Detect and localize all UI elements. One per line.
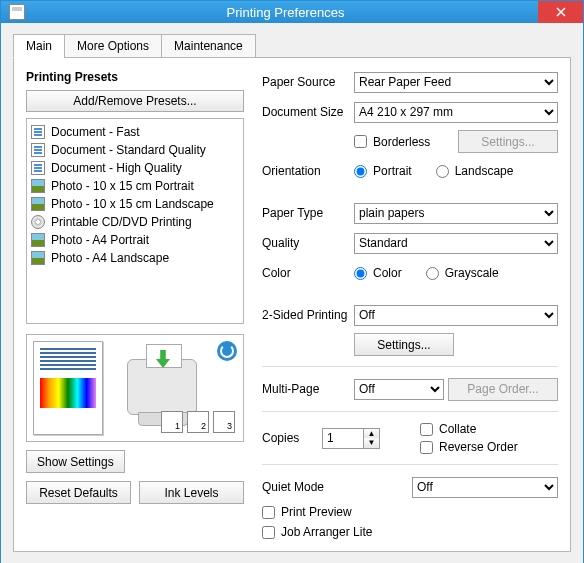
close-button[interactable]	[538, 1, 583, 23]
copies-spinner[interactable]: ▲▼	[322, 428, 380, 449]
print-preview-checkbox[interactable]	[262, 506, 275, 519]
preset-item[interactable]: Document - Standard Quality	[29, 141, 241, 159]
landscape-radio[interactable]	[436, 165, 449, 178]
printing-preferences-window: Printing Preferences Main More Options M…	[0, 0, 584, 563]
preset-label: Document - Fast	[51, 125, 140, 139]
preset-label: Photo - A4 Portrait	[51, 233, 149, 247]
quality-label: Quality	[262, 236, 354, 250]
collate-checkbox-label[interactable]: Collate	[420, 422, 518, 436]
two-sided-settings-button[interactable]: Settings...	[354, 333, 454, 356]
tab-more-options[interactable]: More Options	[64, 34, 162, 58]
add-remove-presets-button[interactable]: Add/Remove Presets...	[26, 90, 244, 112]
color-radio[interactable]	[354, 267, 367, 280]
preset-item[interactable]: Photo - A4 Landscape	[29, 249, 241, 267]
preset-label: Photo - 10 x 15 cm Portrait	[51, 179, 194, 193]
preset-label: Photo - 10 x 15 cm Landscape	[51, 197, 214, 211]
document-size-label: Document Size	[262, 105, 354, 119]
tab-strip: Main More Options Maintenance	[13, 34, 571, 58]
page-order-button: Page Order...	[448, 378, 558, 401]
photo-icon	[31, 197, 45, 211]
borderless-checkbox[interactable]	[354, 135, 367, 148]
paper-type-select[interactable]: plain papers	[354, 203, 558, 224]
cd-icon	[31, 215, 45, 229]
copies-down[interactable]: ▼	[364, 438, 379, 448]
stack-icon: 2	[187, 411, 209, 433]
copies-illustration: 1 2 3	[161, 411, 235, 433]
reset-defaults-button[interactable]: Reset Defaults	[26, 481, 131, 504]
document-size-select[interactable]: A4 210 x 297 mm	[354, 102, 558, 123]
preset-item[interactable]: Document - High Quality	[29, 159, 241, 177]
right-column: Paper Source Rear Paper Feed Document Si…	[262, 70, 558, 539]
two-sided-label: 2-Sided Printing	[262, 308, 354, 322]
document-icon	[31, 161, 45, 175]
left-column: Printing Presets Add/Remove Presets... D…	[26, 70, 244, 539]
print-preview-checkbox-label[interactable]: Print Preview	[262, 505, 558, 519]
close-icon	[556, 7, 566, 17]
tab-main[interactable]: Main	[13, 34, 65, 58]
preset-item[interactable]: Photo - 10 x 15 cm Landscape	[29, 195, 241, 213]
preset-item[interactable]: Printable CD/DVD Printing	[29, 213, 241, 231]
stack-icon: 1	[161, 411, 183, 433]
preview-sheet	[33, 341, 103, 435]
refresh-icon[interactable]	[217, 341, 237, 361]
job-arranger-checkbox-label[interactable]: Job Arranger Lite	[262, 525, 558, 539]
photo-icon	[31, 179, 45, 193]
multi-page-select[interactable]: Off	[354, 379, 444, 400]
window-title: Printing Preferences	[33, 5, 538, 20]
multi-page-label: Multi-Page	[262, 382, 354, 396]
preset-item[interactable]: Document - Fast	[29, 123, 241, 141]
document-icon	[31, 125, 45, 139]
paper-source-label: Paper Source	[262, 75, 354, 89]
preset-label: Document - High Quality	[51, 161, 182, 175]
grayscale-radio[interactable]	[426, 267, 439, 280]
preset-label: Photo - A4 Landscape	[51, 251, 169, 265]
color-label: Color	[262, 266, 354, 280]
ink-levels-button[interactable]: Ink Levels	[139, 481, 244, 504]
preview-box: 1 2 3	[26, 334, 244, 442]
borderless-checkbox-label[interactable]: Borderless	[354, 135, 430, 149]
presets-list[interactable]: Document - Fast Document - Standard Qual…	[26, 118, 244, 324]
paper-source-select[interactable]: Rear Paper Feed	[354, 72, 558, 93]
paper-type-label: Paper Type	[262, 206, 354, 220]
main-panel: Printing Presets Add/Remove Presets... D…	[13, 57, 571, 552]
copies-label: Copies	[262, 431, 322, 445]
preset-item[interactable]: Photo - A4 Portrait	[29, 231, 241, 249]
preset-item[interactable]: Photo - 10 x 15 cm Portrait	[29, 177, 241, 195]
copies-input[interactable]	[323, 429, 363, 448]
portrait-radio-label[interactable]: Portrait	[354, 164, 412, 178]
orientation-label: Orientation	[262, 164, 354, 178]
tab-maintenance[interactable]: Maintenance	[161, 34, 256, 58]
two-sided-select[interactable]: Off	[354, 305, 558, 326]
collate-checkbox[interactable]	[420, 423, 433, 436]
client-area: Main More Options Maintenance Printing P…	[1, 23, 583, 563]
job-arranger-checkbox[interactable]	[262, 526, 275, 539]
portrait-radio[interactable]	[354, 165, 367, 178]
reverse-order-checkbox[interactable]	[420, 441, 433, 454]
preview-printer-area: 1 2 3	[109, 341, 237, 435]
borderless-settings-button: Settings...	[458, 130, 558, 153]
reverse-order-checkbox-label[interactable]: Reverse Order	[420, 440, 518, 454]
printer-illustration-icon	[127, 359, 197, 415]
quiet-mode-select[interactable]: Off	[412, 477, 558, 498]
show-settings-button[interactable]: Show Settings	[26, 450, 125, 473]
color-sample-icon	[40, 378, 96, 408]
stack-icon: 3	[213, 411, 235, 433]
presets-title: Printing Presets	[26, 70, 244, 84]
document-icon	[31, 143, 45, 157]
photo-icon	[31, 233, 45, 247]
photo-icon	[31, 251, 45, 265]
printer-icon	[9, 4, 25, 20]
quality-select[interactable]: Standard	[354, 233, 558, 254]
grayscale-radio-label[interactable]: Grayscale	[426, 266, 499, 280]
preset-label: Document - Standard Quality	[51, 143, 206, 157]
color-radio-label[interactable]: Color	[354, 266, 402, 280]
landscape-radio-label[interactable]: Landscape	[436, 164, 514, 178]
copies-up[interactable]: ▲	[364, 429, 379, 439]
preset-label: Printable CD/DVD Printing	[51, 215, 192, 229]
titlebar: Printing Preferences	[1, 1, 583, 23]
quiet-mode-label: Quiet Mode	[262, 480, 412, 494]
